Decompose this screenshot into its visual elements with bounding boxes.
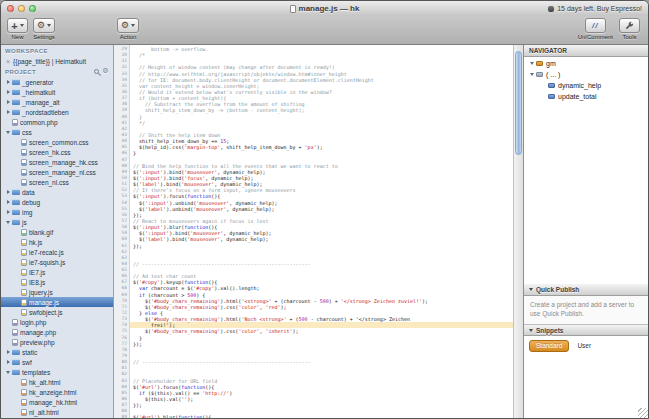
tree-item-label: hk.js	[29, 239, 42, 246]
search-icon[interactable]	[94, 69, 99, 74]
minimize-window-button[interactable]	[18, 5, 25, 12]
disclosure-triangle[interactable]	[528, 73, 536, 76]
js-file-icon	[21, 289, 27, 296]
close-icon[interactable]: ×	[6, 58, 10, 65]
tree-item-screen_common.css[interactable]: screen_common.css	[1, 137, 113, 147]
tree-item-label: _heimatkult	[22, 89, 55, 96]
editor[interactable]: 2930313233343536373839404142434445464748…	[114, 45, 513, 418]
disclosure-triangle[interactable]	[4, 90, 12, 94]
tree-item-hk_alt.html[interactable]: hk_alt.html	[1, 377, 113, 387]
tree-item-static[interactable]: static	[1, 347, 113, 357]
disclosure-triangle[interactable]	[528, 62, 536, 65]
tree-item-manage_hk.html[interactable]: manage_hk.html	[1, 397, 113, 407]
disclosure-triangle[interactable]	[4, 110, 12, 114]
resize-grip[interactable]	[638, 408, 648, 418]
tree-item-nl_alt.html[interactable]: nl_alt.html	[1, 407, 113, 417]
tree-item-screen_manage_hk.css[interactable]: screen_manage_hk.css	[1, 157, 113, 167]
disclosure-triangle[interactable]	[4, 371, 12, 374]
navigator-item-dynamic_help[interactable]: dynamic_help	[524, 80, 648, 91]
tree-item-screen_manage_nl.css[interactable]: screen_manage_nl.css	[1, 167, 113, 177]
tree-item-templates[interactable]: templates	[1, 367, 113, 377]
navigator-item-[interactable]: ( ... )	[524, 69, 648, 80]
editor-scrollbar[interactable]	[513, 45, 523, 418]
tree-item-_generator[interactable]: _generator	[1, 77, 113, 87]
tree-item-label: _manage_alt	[22, 99, 60, 106]
tree-item-blank.gif[interactable]: blank.gif	[1, 227, 113, 237]
disclosure-triangle[interactable]	[4, 80, 12, 84]
disclosure-triangle[interactable]	[4, 221, 12, 224]
snippets-header[interactable]: Snippets	[524, 324, 648, 336]
tree-item-ie7-squish.js[interactable]: ie7-squish.js	[1, 257, 113, 267]
tree-item-hk.js[interactable]: hk.js	[1, 237, 113, 247]
tree-item-hk_anzeige.html[interactable]: hk_anzeige.html	[1, 387, 113, 397]
quick-publish-header[interactable]: Quick Publish	[524, 284, 648, 296]
workspace-header[interactable]: WORKSPACE	[1, 45, 113, 56]
tree-item-label: _generator	[22, 79, 53, 86]
disclosure-triangle[interactable]	[529, 329, 533, 332]
espresso-trial-icon	[548, 6, 554, 12]
tree-item-IE7.js[interactable]: IE7.js	[1, 267, 113, 277]
disclosure-triangle[interactable]	[4, 200, 12, 204]
close-window-button[interactable]	[7, 5, 14, 12]
folder-file-icon	[12, 209, 20, 215]
tree-item-swfobject.js[interactable]: swfobject.js	[1, 307, 113, 317]
uncomment-button[interactable]: // Un/Comment	[578, 18, 613, 40]
disclosure-triangle[interactable]	[529, 288, 533, 291]
tree-item-jquery.js[interactable]: jquery.js	[1, 287, 113, 297]
tree-item-label: hk_alt.html	[29, 379, 60, 386]
folder-file-icon	[12, 109, 20, 115]
code-line-89[interactable]: $('#url').blur(function(){	[133, 414, 513, 418]
settings-button[interactable]: ⚙ Settings	[33, 18, 55, 40]
project-header[interactable]: PROJECT ⚙	[1, 66, 113, 77]
tree-item-data[interactable]: data	[1, 187, 113, 197]
navigator-item-update_total[interactable]: update_total	[524, 91, 648, 102]
tree-item-css[interactable]: css	[1, 127, 113, 137]
js-file-icon	[21, 279, 27, 286]
tree-item-label: ie7-squish.js	[29, 259, 65, 266]
tree-item-IE8.js[interactable]: IE8.js	[1, 277, 113, 287]
tree-item-screen_hk.css[interactable]: screen_hk.css	[1, 147, 113, 157]
tree-item-swf[interactable]: swf	[1, 357, 113, 367]
disclosure-triangle[interactable]	[4, 350, 12, 354]
tree-item-label: nl_alt.html	[29, 409, 59, 416]
zoom-window-button[interactable]	[29, 5, 36, 12]
gif-file-icon	[21, 229, 27, 236]
tree-item-login.php[interactable]: login.php	[1, 317, 113, 327]
code-lines[interactable]: bottom -> overflow. /* // Height of wind…	[130, 45, 513, 418]
tree-item-debug[interactable]: debug	[1, 197, 113, 207]
tree-item-_heimatkult[interactable]: _heimatkult	[1, 87, 113, 97]
tree-item-_nordstadtleben[interactable]: _nordstadtleben	[1, 107, 113, 117]
disclosure-triangle[interactable]	[4, 360, 12, 364]
tree-item-label: manage.js	[29, 299, 59, 306]
tree-item-label: manage.php	[20, 329, 56, 336]
tools-button-label: Tools	[622, 34, 636, 40]
tree-item-img[interactable]: img	[1, 207, 113, 217]
tree-item-common.php[interactable]: common.php	[1, 117, 113, 127]
tree-item-label: preview.php	[20, 339, 55, 346]
disclosure-triangle[interactable]	[4, 100, 12, 104]
tree-item-manage.js[interactable]: manage.js	[1, 297, 113, 307]
snippets-group-user[interactable]: User	[574, 340, 594, 351]
plus-icon: +	[11, 21, 17, 31]
navigator-header[interactable]: NAVIGATOR	[524, 45, 648, 57]
tree-item-ie7-recalc.js[interactable]: ie7-recalc.js	[1, 247, 113, 257]
trial-banner[interactable]: 15 days left. Buy Espresso!	[548, 5, 642, 12]
tree-item-screen_nl.css[interactable]: screen_nl.css	[1, 177, 113, 187]
new-button[interactable]: + New	[7, 18, 28, 40]
tree-item-preview.php[interactable]: preview.php	[1, 337, 113, 347]
disclosure-triangle[interactable]	[4, 210, 12, 214]
tree-item-manage.php[interactable]: manage.php	[1, 327, 113, 337]
disclosure-triangle[interactable]	[4, 131, 12, 134]
titlebar[interactable]: manage.js — hk 15 days left. Buy Espress…	[1, 1, 648, 16]
folder-file-icon	[12, 349, 20, 355]
snippets-group-standard[interactable]: Standard	[529, 340, 569, 352]
disclosure-triangle[interactable]	[4, 190, 12, 194]
gear-icon[interactable]: ⚙	[102, 68, 109, 75]
action-button[interactable]: ⚙ Action	[117, 18, 139, 40]
workspace-document[interactable]: × {{page_title}} | Heimatkult	[1, 56, 113, 66]
tree-item-js[interactable]: js	[1, 217, 113, 227]
scrollbar-thumb[interactable]	[515, 51, 522, 155]
tools-button[interactable]: Tools	[619, 18, 640, 40]
navigator-item-gm[interactable]: gm	[524, 58, 648, 69]
tree-item-_manage_alt[interactable]: _manage_alt	[1, 97, 113, 107]
